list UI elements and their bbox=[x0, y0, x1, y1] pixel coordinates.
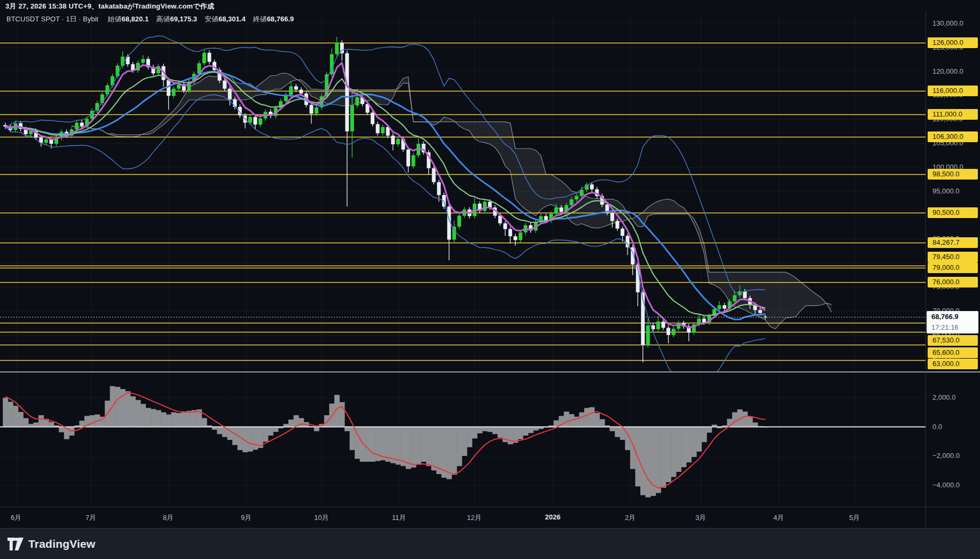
price-level-badge: 63,000.0 bbox=[928, 359, 978, 369]
price-level-badge: 106,300.0 bbox=[928, 131, 978, 142]
time-axis-label: 2026 bbox=[537, 513, 569, 521]
bottom-toolbar: TradingView bbox=[0, 528, 980, 559]
price-tick-label: 120,000.0 bbox=[932, 67, 963, 76]
time-axis-label: 9月 bbox=[230, 513, 262, 523]
price-tick-label: 130,000.0 bbox=[932, 19, 963, 28]
indicator-pane-canvas[interactable] bbox=[0, 372, 926, 507]
price-level-badge: 79,450.0 bbox=[928, 252, 978, 262]
price-level-badge: 65,600.0 bbox=[928, 347, 978, 358]
time-axis-label: 5月 bbox=[838, 513, 871, 523]
pane-separator[interactable] bbox=[0, 371, 980, 372]
bar-countdown: 17:21:16 bbox=[931, 322, 978, 332]
time-axis-label: 2月 bbox=[614, 513, 646, 523]
price-level-badge: 111,000.0 bbox=[928, 109, 978, 120]
time-axis-label: 4月 bbox=[763, 513, 795, 523]
current-price-badge: 68,766.9 17:21:16 bbox=[927, 311, 978, 333]
time-axis-label: 3月 bbox=[685, 513, 717, 523]
time-axis-corner bbox=[926, 507, 980, 529]
current-price-value: 68,766.9 bbox=[931, 311, 978, 322]
price-pane-canvas[interactable] bbox=[0, 12, 926, 371]
price-level-badge: 126,000.0 bbox=[928, 37, 978, 48]
legend-ohlc: 始値68,820.1高値69,175.3安値68,301.4終値68,766.9 bbox=[100, 15, 294, 23]
time-axis-label: 6月 bbox=[0, 513, 32, 523]
price-level-badge: 90,500.0 bbox=[928, 207, 978, 218]
price-level-badge: 67,530.0 bbox=[928, 335, 978, 346]
price-level-badge: 98,500.0 bbox=[928, 169, 978, 180]
price-level-badge: 79,000.0 bbox=[928, 262, 978, 273]
time-axis-label: 8月 bbox=[152, 513, 184, 523]
created-note: 3月 27, 2026 15:38 UTC+9、takatabaがTrading… bbox=[5, 2, 214, 11]
price-tick-label: 95,000.0 bbox=[932, 187, 960, 196]
symbol-legend[interactable]: BTCUSDT SPOT · 1日 · Bybit 始値68,820.1高値69… bbox=[6, 14, 294, 24]
time-axis-label: 7月 bbox=[75, 513, 107, 523]
time-axis-label: 10月 bbox=[305, 513, 338, 523]
oscillator-tick-label: 2,000.0 bbox=[932, 393, 955, 402]
legend-ohlc-item: 始値68,820.1 bbox=[108, 15, 149, 23]
tradingview-logo[interactable]: TradingView bbox=[7, 537, 96, 551]
tradingview-logo-icon bbox=[7, 537, 23, 551]
time-axis[interactable]: 6月7月8月9月10月11月12月20262月3月4月5月 bbox=[0, 507, 980, 528]
time-axis-label: 12月 bbox=[458, 513, 490, 523]
tradingview-logo-text: TradingView bbox=[28, 538, 96, 550]
legend-symbol[interactable]: BTCUSDT SPOT · 1日 · Bybit bbox=[6, 15, 98, 23]
price-level-badge: 116,000.0 bbox=[928, 86, 978, 96]
oscillator-tick-label: 0.0 bbox=[932, 423, 942, 431]
tradingview-chart-window: 3月 27, 2026 15:38 UTC+9、takatabaがTrading… bbox=[0, 0, 980, 559]
legend-ohlc-item: 終値68,766.9 bbox=[253, 15, 294, 23]
legend-ohlc-item: 安値68,301.4 bbox=[205, 15, 246, 23]
price-level-badge: 76,000.0 bbox=[928, 277, 978, 288]
oscillator-tick-label: −4,000.0 bbox=[932, 481, 960, 490]
oscillator-tick-label: −2,000.0 bbox=[932, 452, 960, 460]
time-axis-label: 11月 bbox=[383, 513, 415, 523]
price-level-badge: 84,267.7 bbox=[928, 237, 978, 248]
screenshot-header: 3月 27, 2026 15:38 UTC+9、takatabaがTrading… bbox=[0, 0, 980, 12]
legend-ohlc-item: 高値69,175.3 bbox=[156, 15, 197, 23]
